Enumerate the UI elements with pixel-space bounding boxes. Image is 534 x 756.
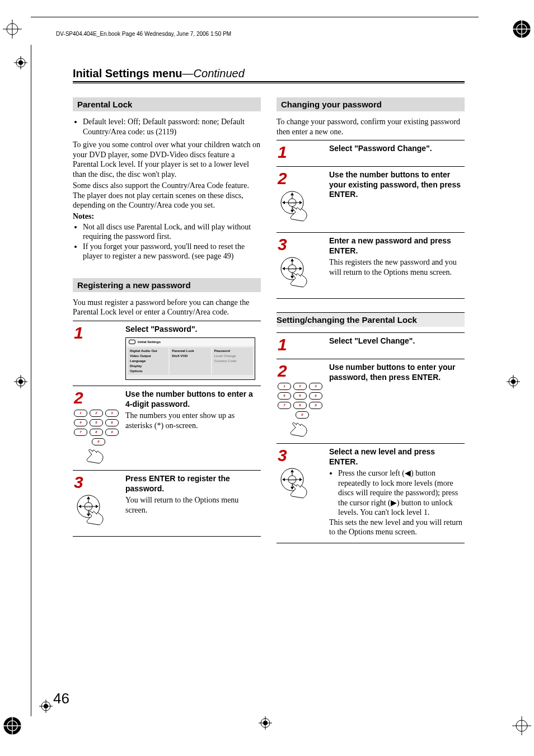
cp-step-1: Select "Password Change". (329, 144, 463, 154)
parental-desc-1: To give you some control over what your … (73, 140, 261, 179)
dpad-enter-icon: ENTER (278, 467, 327, 504)
svg-text:ENTER: ENTER (85, 505, 92, 508)
step-num: 3 (278, 235, 287, 253)
step-num: 1 (278, 143, 287, 161)
registration-mark-tr (509, 17, 534, 41)
step-num: 2 (278, 169, 287, 187)
key-3: 3 (309, 383, 322, 390)
cp-step-2: Use the number buttons to enter your exi… (329, 170, 463, 200)
number-keypad-icon: 123 456 789 0 (278, 383, 327, 419)
key-8: 8 (90, 429, 103, 436)
registration-mark-tl (3, 20, 22, 39)
svg-text:ENTER: ENTER (288, 201, 296, 204)
heading-change-password: Changing your password (277, 97, 465, 111)
registration-mark-bl (0, 713, 25, 738)
heading-set-parental-lock: Setting/changing the Parental Lock (277, 312, 465, 327)
step-1-instruction: Select "Password". (125, 325, 260, 335)
step-num: 1 (278, 335, 287, 354)
menu-c2-1: DivX VOD (172, 354, 208, 359)
pl-step-3-body2: This sets the new level and you will ret… (329, 518, 463, 537)
register-steps-table: 1 Select "Password". Initial Settings Di… (73, 321, 261, 537)
menu-c3-2: Country Code (214, 359, 251, 364)
step-2-instruction: Use the number buttons to enter a 4-digi… (125, 389, 260, 409)
page-number: 46 (53, 690, 69, 707)
dpad-enter-icon: ENTER (278, 256, 327, 293)
step-num: 2 (74, 388, 83, 407)
key-6: 6 (309, 392, 322, 400)
key-0: 0 (296, 411, 309, 419)
key-2: 2 (90, 410, 103, 417)
section-title-row: Initial Settings menu—Continued (73, 67, 465, 80)
note-1: Not all discs use Parental Lock, and wil… (83, 222, 261, 242)
key-1: 1 (278, 383, 291, 390)
svg-text:ENTER: ENTER (288, 267, 296, 270)
register-intro: You must register a password before you … (73, 298, 261, 317)
key-6: 6 (105, 419, 119, 426)
cp-step-3: Enter a new password and press ENTER. (329, 236, 463, 256)
key-5: 5 (90, 419, 103, 426)
default-level-bullet: Default level: Off; Default password: no… (83, 117, 261, 137)
title-rule-thin (73, 83, 465, 83)
menu-c1-4: Options (130, 369, 166, 374)
key-4: 4 (74, 419, 87, 426)
title-rule-thick (73, 81, 465, 82)
key-7: 7 (278, 402, 291, 409)
step-num: 3 (278, 446, 287, 464)
alignment-mark-r (507, 375, 520, 388)
step-3-body: You will return to the Options menu scre… (125, 495, 260, 515)
heading-register-password: Registering a new password (73, 278, 261, 292)
step-num: 3 (74, 473, 83, 491)
heading-parental-lock: Parental Lock (73, 97, 261, 111)
section-title-continued: —Continued (182, 67, 245, 79)
pl-step-2: Use number buttons to enter your passwor… (329, 363, 463, 382)
right-column: Changing your password To change your pa… (277, 97, 465, 543)
change-intro: To change your password, confirm your ex… (277, 117, 465, 137)
menu-c1-3: Display (130, 364, 166, 369)
menu-c2-0: Parental Lock (172, 349, 208, 354)
registration-mark-br (512, 716, 531, 735)
alignment-mark-tl (14, 56, 27, 69)
pl-step-1: Select "Level Change". (329, 336, 463, 346)
note-2: If you forget your password, you'll need… (83, 242, 261, 261)
change-steps-table: 1 Select "Password Change". 2 ENTER (277, 140, 465, 299)
section-title: Initial Settings menu (73, 67, 182, 79)
key-7: 7 (74, 429, 87, 436)
crop-top (31, 17, 479, 17)
menu-c1-2: Language (130, 359, 166, 364)
step-num: 1 (74, 323, 83, 342)
hand-press-icon (278, 421, 311, 438)
step-2-body: The numbers you enter show up as asteris… (125, 411, 260, 430)
notes-label: Notes: (73, 212, 261, 221)
alignment-mark-bl2 (39, 699, 53, 713)
key-9: 9 (309, 402, 322, 409)
key-4: 4 (278, 392, 291, 400)
dpad-enter-icon: ENTER (278, 190, 327, 227)
pl-step-3: Select a new level and press ENTER. (329, 447, 463, 467)
menu-c1-0: Digital Audio Out (130, 349, 166, 354)
key-5: 5 (293, 392, 307, 400)
menu-title: Initial Settings (138, 340, 161, 344)
menu-c1-1: Video Output (130, 354, 166, 359)
pl-step-3-li: Press the cursor left (◀) button repeate… (338, 468, 463, 518)
book-header-line: DV-SP404.404E_En.book Page 46 Wednesday,… (56, 31, 231, 37)
step-3-instruction: Press ENTER to register the password. (125, 474, 260, 494)
alignment-mark-l (14, 375, 27, 388)
number-keypad-icon: 123 456 789 0 (74, 410, 123, 445)
menu-c3-0: Password (214, 349, 251, 354)
page-content: Initial Settings menu—Continued Parental… (73, 67, 465, 543)
key-3: 3 (105, 410, 119, 417)
svg-text:ENTER: ENTER (288, 478, 296, 481)
cp-step-3-body: This registers the new password and you … (329, 257, 463, 277)
crop-left (31, 45, 31, 716)
disc-icon (129, 340, 135, 344)
key-9: 9 (105, 429, 119, 436)
alignment-mark-b (259, 716, 272, 730)
menu-c3-1: Level Change (214, 354, 251, 359)
step-num: 2 (278, 361, 287, 380)
parental-desc-2: Some discs also support the Country/Area… (73, 181, 261, 210)
key-8: 8 (293, 402, 307, 409)
key-1: 1 (74, 410, 87, 417)
parental-steps-table: 1 Select "Level Change". 2 123 456 789 0 (277, 332, 465, 543)
menu-screenshot: Initial Settings Digital Audio Out Video… (125, 337, 255, 380)
key-2: 2 (293, 383, 307, 390)
